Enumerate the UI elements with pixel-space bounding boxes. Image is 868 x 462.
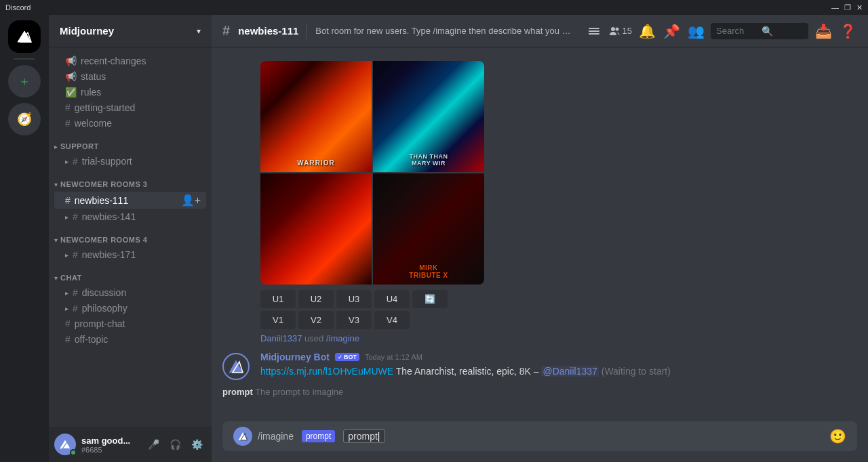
channel-item-welcome[interactable]: # welcome [54,116,206,131]
message-content-image: WARRIOR THAN THANMARY WIR [260,61,857,329]
channel-item-recent-changes[interactable]: 📢 recent-changes [54,54,206,68]
variation-2-button[interactable]: V2 [298,311,334,329]
channel-item-newbies-171[interactable]: ▸ # newbies-171 [54,247,206,262]
channel-label: off-topic [75,334,201,345]
image-cell-4: MIRKTRIBUTE X [373,173,484,285]
upscale-2-button[interactable]: U2 [298,290,334,308]
minimize-button[interactable]: — [831,3,839,12]
server-icon-add[interactable]: ＋ [8,65,41,98]
prompt-description: The prompt to imagine [255,387,343,397]
bell-icon[interactable]: 🔔 [637,22,656,41]
channel-item-rules[interactable]: ✅ rules [54,85,206,100]
channel-item-newbies-111[interactable]: # newbies-111 👤+ [54,192,206,209]
server-header[interactable]: Midjourney ▾ [49,15,212,47]
chevron-icon: ▾ [54,181,58,188]
message-group-bot: Midjourney Bot ✓ BOT Today at 1:12 AM ht… [212,349,868,383]
channel-item-getting-started[interactable]: # getting-started [54,100,206,115]
variation-1-button[interactable]: V1 [260,311,296,329]
message-group-image: WARRIOR THAN THANMARY WIR [212,58,868,332]
bot-message-link[interactable]: https://s.mj.run/l1OHvEuMUWE [260,366,393,377]
emoji-button[interactable]: 🙂 [829,428,846,444]
server-icon-explore[interactable]: 🧭 [8,103,41,135]
hash-icon: # [65,195,71,206]
mute-button[interactable]: 🎤 [144,435,163,454]
chevron-down-icon: ▾ [197,26,201,36]
header-actions: 15 🔔 📌 👥 Search 🔍 📥 ❓ [585,22,857,41]
hash-icon: # [65,318,71,329]
expand-icon: ▸ [65,305,68,312]
member-count[interactable]: 15 [609,26,632,37]
channel-item-newbies-141[interactable]: ▸ # newbies-141 [54,209,206,224]
member-count-number: 15 [623,26,632,36]
channel-label: rules [81,87,201,98]
chevron-icon: ▾ [54,274,58,282]
upscale-3-button[interactable]: U3 [336,290,372,308]
channel-item-discussion[interactable]: ▸ # discussion [54,285,206,300]
message-input[interactable]: /imagine prompt prompt 🙂 [222,421,857,451]
channel-item-off-topic[interactable]: # off-topic [54,332,206,347]
settings-button[interactable]: ⚙️ [187,435,206,454]
channel-item-philosophy[interactable]: ▸ # philosophy [54,301,206,316]
category-support[interactable]: ▸ SUPPORT [49,131,212,153]
channel-label: newbies-111 [75,195,177,206]
slash-command-label: /imagine [258,431,294,442]
category-newcomer3[interactable]: ▾ NEWCOMER ROOMS 3 [49,169,212,191]
svg-point-5 [615,27,618,30]
variation-3-button[interactable]: V3 [336,311,372,329]
image-cell-2: THAN THANMARY WIR [373,61,484,172]
bot-message-content: Midjourney Bot ✓ BOT Today at 1:12 AM ht… [260,352,857,379]
avatar [54,434,76,455]
message-timestamp: Today at 1:12 AM [365,353,422,361]
messages-area[interactable]: WARRIOR THAN THANMARY WIR [212,47,868,421]
bot-message-mention[interactable]: @Daniil1337 [541,366,598,377]
channel-item-prompt-chat[interactable]: # prompt-chat [54,316,206,331]
channel-label: getting-started [75,102,201,113]
server-icon-midjourney[interactable] [8,20,41,53]
server-divider [14,58,35,60]
upscale-1-button[interactable]: U1 [260,290,296,308]
channel-label: newbies-141 [82,211,201,222]
close-button[interactable]: ✕ [856,3,863,12]
prompt-bar: prompt The prompt to imagine [212,383,868,403]
upscale-4-button[interactable]: U4 [374,290,410,308]
hash-members-icon[interactable] [585,22,604,41]
hash-icon: # [65,334,71,345]
refresh-button[interactable]: 🔄 [412,290,448,308]
prompt-label: prompt The prompt to imagine [222,387,343,397]
used-command[interactable]: /imagine [326,333,359,343]
hash-icon: # [73,156,78,167]
bot-message-text: https://s.mj.run/l1OHvEuMUWE The Anarchi… [260,365,857,379]
channel-item-trial-support[interactable]: ▸ # trial-support [54,154,206,169]
bot-message-status: (Waiting to start) [601,366,671,377]
used-username[interactable]: Daniil1337 [260,333,302,343]
input-field[interactable]: prompt [343,429,384,443]
chevron-icon: ▾ [54,236,58,244]
image-grid[interactable]: WARRIOR THAN THANMARY WIR [260,61,484,285]
inbox-icon[interactable]: 📥 [814,22,833,41]
prompt-label-text: prompt [222,387,253,397]
titlebar-controls: — ❐ ✕ [831,3,863,12]
channel-item-status[interactable]: 📢 status [54,69,206,84]
channel-label: trial-support [82,156,201,167]
maximize-button[interactable]: ❐ [844,3,851,12]
category-newcomer4[interactable]: ▾ NEWCOMER ROOMS 4 [49,225,212,247]
hash-icon: # [65,118,71,129]
member-add-icon: 👤+ [181,194,201,207]
search-box[interactable]: Search 🔍 [711,23,808,39]
pin-icon[interactable]: 📌 [662,22,681,41]
image-cell-1: WARRIOR [260,61,372,172]
category-chat[interactable]: ▾ CHAT [49,263,212,285]
category-label: CHAT [60,274,82,282]
search-icon: 🔍 [762,26,803,37]
bot-avatar [222,353,250,380]
members-icon[interactable]: 👥 [686,22,705,41]
channel-header-description: Bot room for new users. Type /imagine th… [315,26,576,36]
user-discriminator: #6685 [81,446,138,454]
input-avatar [233,427,252,446]
help-icon[interactable]: ❓ [838,22,857,41]
channel-sidebar: Midjourney ▾ 📢 recent-changes 📢 status ✅… [49,15,212,462]
channel-label: discussion [82,287,201,298]
variation-4-button[interactable]: V4 [374,311,410,329]
deafen-button[interactable]: 🎧 [165,435,184,454]
user-controls: 🎤 🎧 ⚙️ [144,435,206,454]
